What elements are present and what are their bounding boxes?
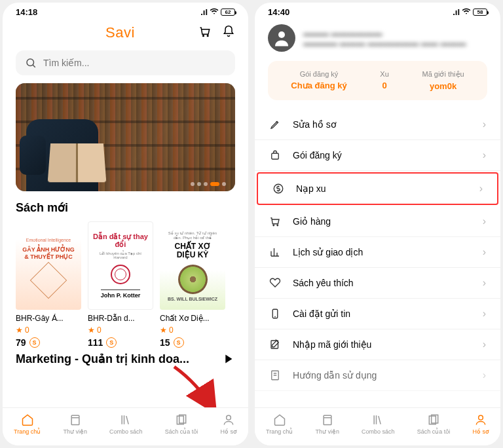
nav-library[interactable]: Thư viện [63,413,87,435]
book-title: BHR-Gây Ả... [16,314,81,323]
chevron-right-icon: › [483,215,486,227]
coin-icon: S [106,337,117,348]
book-title: BHR-Dẫn d... [88,314,153,323]
chevron-right-icon: › [483,339,486,350]
menu-notifications[interactable]: Cài đặt gửi tin› [255,299,500,329]
chevron-right-icon: › [479,183,483,195]
book-cover: Dẫn dắt sự thay đổiLời khuyên của Tạp ch… [88,221,153,310]
home-screen: 14:18 .ıl 62 Savi Sách mới Emotional Int… [3,3,248,445]
chevron-right-icon: › [483,369,486,381]
book-rating: ★0 [160,326,225,335]
chevron-right-icon: › [483,277,486,289]
search-bar[interactable] [16,50,235,75]
profile-menu: Sửa hồ sơ› Gói đăng ký› Nạp xu› Giỏ hàng… [255,109,500,445]
time: 14:40 [268,7,289,17]
battery-icon: 62 [221,9,235,16]
profile-header: ▬▬▬ ▬▬▬▬▬▬▬▬▬▬ ▬▬▬ ▬▬▬▬▬▬ ▬▬ ▬▬▬ [255,22,500,61]
coin-icon: S [174,337,184,348]
chevron-right-icon: › [483,246,486,258]
svg-point-6 [227,415,231,420]
svg-rect-8 [272,153,279,159]
book-rating: ★0 [16,326,81,335]
nav-mybooks[interactable]: Sách của tôi [165,413,198,435]
bell-icon[interactable] [222,25,235,41]
book-cover: Số xu tự nhiên. Từ tự nhiên dẫn. Phục hồ… [160,221,225,310]
wifi-icon [210,7,219,18]
nav-home[interactable]: Trang chủ [14,413,41,435]
svg-point-10 [273,225,274,226]
bottom-nav: Trang chủ Thư viện Combo sách Sách của t… [255,407,500,445]
book-card[interactable]: Dẫn dắt sự thay đổiLời khuyên của Tạp ch… [88,221,153,348]
username: ▬▬▬ ▬▬▬▬▬▬▬▬▬▬ ▬▬▬ ▬▬▬▬▬▬ ▬▬ ▬▬▬ [303,28,466,48]
menu-guide[interactable]: Hướng dẫn sử dụng› [255,360,500,391]
chevron-right-icon: › [483,119,486,130]
menu-favorites[interactable]: Sách yêu thích› [255,268,500,299]
book-title: Chất Xơ Diệ... [160,314,225,323]
bottom-nav: Trang chủ Thư viện Combo sách Sách của t… [3,407,248,445]
app-header: Savi [3,22,248,48]
cart-icon[interactable] [198,25,212,41]
profile-screen: 14:40 .ıl 58 ▬▬▬ ▬▬▬▬▬▬▬▬▬▬ ▬▬▬ ▬▬▬▬▬▬ ▬… [255,3,500,445]
account-info-card: Gói đăng kýChưa đăng ký Xu0 Mã giới thiệ… [268,61,487,100]
nav-combo[interactable]: Combo sách [109,413,143,435]
svg-point-18 [479,415,483,420]
carousel-dots[interactable] [191,182,226,186]
book-rating: ★0 [88,326,153,335]
chevron-right-icon: › [483,308,486,320]
svg-rect-3 [71,415,79,424]
book-price: 15S [160,337,225,348]
time: 14:18 [16,7,37,17]
avatar[interactable] [268,24,295,52]
book-price: 111S [88,337,153,348]
book-list: Emotional IntelligenceGÂY ẢNH HƯỞNG & TH… [3,217,248,348]
search-input[interactable] [43,58,226,68]
menu-history[interactable]: Lịch sử giao dịch› [255,237,500,268]
battery-icon: 58 [473,9,487,16]
menu-enter-code[interactable]: Nhập mã giới thiệu› [255,329,500,360]
signal-icon: .ıl [200,7,208,17]
hero-banner[interactable] [16,83,235,191]
book-card[interactable]: Emotional IntelligenceGÂY ẢNH HƯỞNG & TH… [16,221,81,348]
nav-library[interactable]: Thư viện [315,413,339,435]
nav-combo[interactable]: Combo sách [362,413,395,435]
book-price: 79S [16,337,81,348]
coin-icon: S [29,337,40,348]
chevron-right-icon: › [483,149,486,161]
section-marketing: Marketing - Quản trị kinh doa... [16,352,189,366]
menu-subscription[interactable]: Gói đăng ký› [255,140,500,171]
menu-edit-profile[interactable]: Sửa hồ sơ› [255,109,500,140]
wifi-icon [462,7,471,18]
svg-point-1 [207,35,208,37]
nav-mybooks[interactable]: Sách của tôi [417,413,451,435]
nav-profile[interactable]: Hồ sơ [472,413,489,435]
svg-point-0 [203,35,204,37]
svg-point-7 [278,31,285,38]
svg-point-11 [277,225,278,226]
menu-topup-xu[interactable]: Nạp xu› [257,172,498,205]
subscription-info[interactable]: Gói đăng kýChưa đăng ký [291,70,346,91]
signal-icon: .ıl [453,7,460,17]
svg-rect-15 [324,415,331,424]
svg-point-2 [27,59,34,66]
book-card[interactable]: Số xu tự nhiên. Từ tự nhiên dẫn. Phục hồ… [160,221,225,348]
status-bar: 14:40 .ıl 58 [255,3,500,22]
status-bar: 14:18 .ıl 62 [3,3,248,22]
menu-cart[interactable]: Giỏ hàng› [255,206,500,237]
referral-code[interactable]: Mã giới thiệuyom0k [422,70,464,91]
section-new-books: Sách mới [3,198,248,217]
book-cover: Emotional IntelligenceGÂY ẢNH HƯỞNG & TH… [16,221,81,310]
xu-balance[interactable]: Xu0 [380,70,388,91]
brand-logo: Savi [105,24,135,41]
nav-home[interactable]: Trang chủ [266,413,293,435]
play-icon[interactable] [221,352,235,366]
nav-profile[interactable]: Hồ sơ [220,413,237,435]
